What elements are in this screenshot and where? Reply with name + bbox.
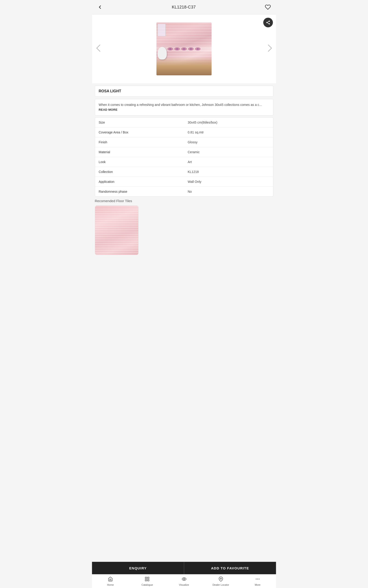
nav-item-dealer[interactable]: Dealer Locator	[202, 574, 239, 588]
spec-value: Ceramic	[184, 147, 273, 157]
spec-row: Randomness phase No	[95, 187, 273, 196]
home-nav-icon	[108, 577, 113, 583]
mirror	[157, 24, 166, 36]
svg-point-19	[183, 578, 185, 580]
nav-item-catalogue[interactable]: Catalogue	[129, 574, 166, 588]
spec-row: Look Art	[95, 157, 273, 167]
more-icon	[255, 577, 260, 582]
svg-line-13	[267, 23, 269, 23]
home-icon	[108, 577, 113, 582]
dealer-nav-icon	[218, 577, 223, 583]
catalogue-nav-icon	[145, 577, 150, 583]
product-name: ROSA LIGHT	[99, 89, 121, 93]
spec-row: Application Wall Only	[95, 177, 273, 187]
svg-point-5	[169, 48, 171, 50]
svg-rect-17	[145, 579, 147, 581]
spec-label: Material	[95, 147, 184, 157]
svg-rect-18	[148, 579, 149, 581]
recommended-title: Recomended Floor Tiles	[95, 199, 273, 203]
svg-point-6	[176, 48, 178, 50]
visualize-icon	[182, 577, 186, 582]
spec-value: 0.81 sq.mtr	[184, 128, 273, 137]
page-title: KL1218-C37	[172, 5, 196, 10]
spec-label: Finish	[95, 137, 184, 147]
svg-point-7	[183, 48, 185, 50]
more-nav-icon	[255, 577, 260, 583]
svg-point-8	[190, 48, 192, 50]
spec-row: Material Ceramic	[95, 147, 273, 157]
svg-point-12	[268, 23, 270, 24]
add-to-favourite-button[interactable]: ADD TO FAVOURITE	[184, 562, 276, 574]
description-section: When it comes to creating a refreshing a…	[95, 99, 273, 116]
spec-label: Size	[95, 118, 184, 127]
spec-row: Collection KL1218	[95, 167, 273, 177]
visualize-nav-label: Visualize	[179, 583, 189, 586]
header: KL1218-C37	[92, 0, 276, 14]
visualize-nav-icon	[182, 577, 186, 583]
catalogue-nav-label: Catalogue	[141, 583, 153, 586]
bottom-nav: Home Catalogue Visualize Dealer Locator …	[92, 574, 276, 588]
svg-point-23	[259, 579, 260, 579]
spec-label: Collection	[95, 167, 184, 177]
spec-value: Glossy	[184, 137, 273, 147]
spec-label: Coverage Area / Box	[95, 128, 184, 137]
spec-row: Coverage Area / Box 0.81 sq.mtr	[95, 128, 273, 137]
nav-item-more[interactable]: More	[239, 574, 276, 588]
more-nav-label: More	[255, 583, 260, 586]
svg-point-20	[220, 578, 221, 579]
svg-point-9	[197, 48, 199, 50]
spec-row: Size 30x45 cm(6tiles/box)	[95, 118, 273, 128]
svg-line-14	[267, 21, 269, 22]
svg-rect-16	[148, 577, 149, 578]
favourite-button[interactable]	[264, 3, 272, 11]
nav-item-visualize[interactable]: Visualize	[166, 574, 202, 588]
recommended-tile-image	[95, 206, 138, 255]
specs-table: Size 30x45 cm(6tiles/box) Coverage Area …	[95, 117, 273, 197]
svg-point-11	[266, 22, 267, 23]
spec-value: KL1218	[184, 167, 273, 177]
enquiry-button[interactable]: ENQUIRY	[92, 562, 184, 574]
product-image	[156, 22, 212, 75]
spec-value: Art	[184, 157, 273, 167]
dealer-nav-label: Dealer Locator	[212, 583, 229, 586]
home-nav-label: Home	[107, 583, 114, 586]
nav-item-home[interactable]: Home	[92, 574, 129, 588]
spec-label: Application	[95, 177, 184, 186]
spec-row: Finish Glossy	[95, 137, 273, 147]
action-bar: ENQUIRY ADD TO FAVOURITE	[92, 562, 276, 574]
spec-value: 30x45 cm(6tiles/box)	[184, 118, 273, 127]
svg-point-10	[268, 21, 270, 22]
recommended-section: Recomended Floor Tiles	[95, 199, 273, 255]
description-text: When it comes to creating a refreshing a…	[99, 102, 269, 112]
next-image-button[interactable]	[265, 42, 275, 56]
catalogue-icon	[145, 577, 150, 582]
recommended-tile-item[interactable]	[95, 206, 138, 255]
image-section	[92, 14, 276, 83]
prev-image-button[interactable]	[93, 42, 104, 56]
svg-point-22	[257, 579, 258, 579]
spec-label: Look	[95, 157, 184, 167]
share-button[interactable]	[263, 18, 273, 27]
recommended-tiles-list	[95, 206, 273, 255]
svg-point-21	[256, 579, 257, 579]
spec-label: Randomness phase	[95, 187, 184, 196]
back-button[interactable]	[96, 3, 104, 11]
sink	[157, 47, 167, 59]
svg-rect-15	[145, 577, 147, 578]
tile-floor	[156, 57, 212, 75]
spec-value: No	[184, 187, 273, 196]
product-name-section: ROSA LIGHT	[95, 86, 273, 97]
spec-value: Wall Only	[184, 177, 273, 186]
dealer-locator-icon	[218, 577, 223, 582]
read-more-link[interactable]: READ MORE	[99, 108, 118, 111]
